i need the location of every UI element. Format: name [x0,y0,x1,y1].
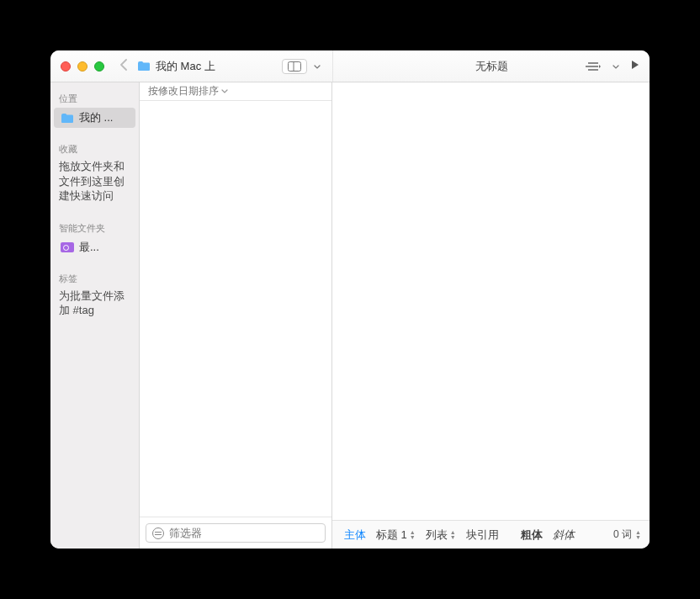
style-bold[interactable]: 粗体 [517,526,546,544]
sort-header[interactable]: 按修改日期排序 [140,82,331,101]
smart-folder-icon [61,242,74,252]
location-title[interactable]: 我的 Mac 上 [137,59,215,74]
file-list-pane: 按修改日期排序 [140,82,332,549]
titlebar-right: 无标题 [332,50,650,82]
titlebar-left: 我的 Mac 上 [50,50,332,82]
sidebar-item-label: 我的 ... [79,110,113,125]
minimize-button[interactable] [77,61,88,72]
location-label: 我的 Mac 上 [156,59,215,74]
file-list[interactable] [140,101,331,517]
sidebar-header-tags: 标签 [50,269,139,287]
sidebar-header-smart: 智能文件夹 [50,219,139,236]
sidebar-panel-icon [288,61,301,72]
back-button[interactable] [114,59,137,74]
panel-dropdown[interactable] [310,62,324,71]
traffic-lights [50,61,114,72]
sort-label: 按修改日期排序 [148,84,219,98]
style-body[interactable]: 主体 [341,526,369,544]
folder-icon [61,113,74,124]
sidebar-item-mymac[interactable]: 我的 ... [54,108,135,128]
panel-toggle-button[interactable] [282,59,307,74]
stepper-icon: ▲▼ [450,530,456,540]
style-quote[interactable]: 块引用 [463,526,502,544]
sidebar-tags-hint: 为批量文件添加 #tag [50,287,139,326]
close-button[interactable] [61,61,71,72]
zoom-button[interactable] [94,61,104,72]
window-body: 位置 我的 ... 收藏 拖放文件夹和文件到这里创建快速访问 智能文件夹 最..… [50,82,650,549]
style-heading[interactable]: 标题 1 ▲▼ [373,526,419,544]
filter-icon [152,527,164,539]
sidebar-favorites-hint: 拖放文件夹和文件到这里创建快速访问 [50,157,139,212]
titlebar: 我的 Mac 上 无标题 [50,50,650,82]
filter-row [140,517,331,549]
titlebar-left-actions [282,59,324,74]
sidebar-header-location: 位置 [50,89,139,107]
play-button[interactable] [631,60,639,72]
style-italic[interactable]: 斜体 [549,526,578,544]
sidebar-header-favorites: 收藏 [50,140,139,157]
outline-button[interactable] [586,61,601,72]
word-count[interactable]: 0 词 ▲▼ [613,527,641,542]
stepper-icon: ▲▼ [635,530,641,540]
titlebar-right-actions [586,60,639,72]
filter-input-wrap[interactable] [146,523,326,543]
sidebar: 位置 我的 ... 收藏 拖放文件夹和文件到这里创建快速访问 智能文件夹 最..… [50,82,140,549]
document-title[interactable]: 无标题 [475,59,508,74]
outline-dropdown[interactable] [609,62,623,71]
sidebar-item-label: 最... [79,240,99,255]
chevron-down-icon [221,89,228,93]
editor-footer: 主体 标题 1 ▲▼ 列表 ▲▼ 块引用 粗体 斜体 [332,520,650,549]
folder-icon [137,61,151,72]
editor-body[interactable] [332,82,650,520]
app-window: 我的 Mac 上 无标题 [50,50,650,549]
stepper-icon: ▲▼ [410,530,416,540]
svg-rect-0 [289,61,301,71]
sidebar-item-recent[interactable]: 最... [54,237,135,257]
filter-input[interactable] [169,527,319,539]
editor-pane: 主体 标题 1 ▲▼ 列表 ▲▼ 块引用 粗体 斜体 [332,82,650,549]
style-list[interactable]: 列表 ▲▼ [422,526,459,544]
